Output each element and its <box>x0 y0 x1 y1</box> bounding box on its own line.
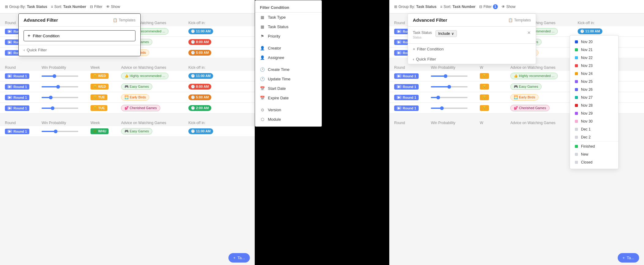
right-panel-header: ⊞ Group By: Task Status ≡ Sort: Task Num… <box>389 0 644 13</box>
right-quick-filter[interactable]: ‹ Quick Filter <box>408 54 536 64</box>
table-row: ▶Round 1 🌿 WHU 🎮 Easy Games 🕐 11:00 AM <box>0 126 255 137</box>
version-icon: ⊙ <box>260 108 265 112</box>
filter-count-badge: 1 <box>493 4 498 9</box>
dp-nov27[interactable]: Nov 27 <box>570 94 618 101</box>
table-row: ▶Round 1 😊 WED 🎮 Easy Games 🕐 8:00 AM <box>0 82 255 92</box>
right-panel: ⊞ Group By: Task Status ≡ Sort: Task Num… <box>389 0 644 265</box>
advanced-filter-right: Advanced Filter 📋 Templates Task Status … <box>408 13 536 64</box>
sort-control[interactable]: ≡ Sort: Task Number <box>51 5 87 9</box>
templates-icon: 📋 <box>508 18 513 22</box>
table-row: ▶Round 1 😊 WED 👍 Highly recommended ... … <box>0 71 255 81</box>
group-by-control[interactable]: ⊞ Group By: Task Status <box>5 5 47 9</box>
filter-condition-dropdown: Filter Condition ▦ Task Type ▦ Task Stat… <box>255 0 322 127</box>
filter-condition-button[interactable]: + Filter Condition <box>24 30 135 41</box>
dp-dec1[interactable]: Dec 1 <box>570 125 618 133</box>
right-templates-button[interactable]: 📋 Templates <box>508 18 531 22</box>
right-filter[interactable]: ⊟ Filter 1 <box>479 4 498 9</box>
close-filter-button[interactable]: ✕ <box>527 30 531 35</box>
dp-finished[interactable]: Finished <box>570 142 618 150</box>
fd-expire-date[interactable]: 📅 Expire Date <box>255 93 322 103</box>
fd-update-time[interactable]: 🕐 Update Time <box>255 74 322 84</box>
table-row: ▶Round 1 😊 TUE 💕 Cherished Games 🕐 2:00 … <box>0 103 255 113</box>
chevron-down-icon: ∨ <box>451 31 454 36</box>
priority-icon: ⚑ <box>260 34 265 39</box>
right-add-task-button[interactable]: + Ta... <box>618 253 639 263</box>
module-icon: ⬡ <box>260 117 265 122</box>
fd-task-type[interactable]: ▦ Task Type <box>255 13 322 22</box>
dp-nov23[interactable]: Nov 23 <box>570 62 618 70</box>
dp-dec2[interactable]: Dec 2 <box>570 133 618 141</box>
right-filter-condition[interactable]: + Filter Condition <box>408 43 536 54</box>
section-header-3: Round Win Probability Week Advice on Wat… <box>0 118 255 126</box>
advanced-filter-left: Advanced Filter 📋 Templates + Filter Con… <box>18 13 141 56</box>
af-header: Advanced Filter 📋 Templates <box>19 14 140 27</box>
include-button[interactable]: Include ∨ <box>435 30 457 37</box>
dp-new[interactable]: New <box>570 150 618 158</box>
dp-nov30[interactable]: Nov 30 <box>570 117 618 125</box>
show-icon: 👁 <box>106 5 110 9</box>
af-right-header: Advanced Filter 📋 Templates <box>408 14 536 27</box>
templates-icon: 📋 <box>113 18 117 22</box>
task-status-icon: ▦ <box>260 24 265 29</box>
plus-icon: + <box>623 256 625 260</box>
fd-version[interactable]: ⊙ Version <box>255 105 322 115</box>
dp-nov22[interactable]: Nov 22 <box>570 54 618 62</box>
af-title: Advanced Filter <box>24 17 58 23</box>
dp-nov25[interactable]: Nov 25 <box>570 78 618 86</box>
add-task-button[interactable]: + Ta... <box>228 253 250 263</box>
task-type-icon: ▦ <box>260 15 265 20</box>
fd-task-status[interactable]: ▦ Task Status <box>255 22 322 31</box>
fd-assignee[interactable]: 👤 Assignee <box>255 53 322 62</box>
task-status-label: Task Status Status <box>413 30 432 40</box>
expire-date-icon: 📅 <box>260 96 265 100</box>
fd-module[interactable]: ⬡ Module <box>255 115 322 124</box>
fd-create-time[interactable]: 🕐 Create Time <box>255 65 322 74</box>
filter-control[interactable]: ⊟ Filter <box>90 5 102 9</box>
group-icon: ⊞ <box>5 5 8 9</box>
fd-start-date[interactable]: 📅 Start Date <box>255 84 322 93</box>
chevron-left-icon: ‹ <box>413 57 414 61</box>
assignee-icon: 👤 <box>260 55 265 60</box>
left-panel: ⊞ Group By: Task Status ≡ Sort: Task Num… <box>0 0 255 265</box>
filter-icon: ⊟ <box>479 5 482 9</box>
dp-nov24[interactable]: Nov 24 <box>570 70 618 78</box>
section-header-2: Round Win Probability Week Advice on Wat… <box>0 63 255 71</box>
dp-nov28[interactable]: Nov 28 <box>570 101 618 109</box>
chevron-left-icon: ‹ <box>24 48 25 52</box>
plus-icon: + <box>233 256 236 260</box>
dp-nov20[interactable]: Nov 20 <box>570 38 618 46</box>
fd-creator[interactable]: 👤 Creator <box>255 43 322 53</box>
templates-button[interactable]: 📋 Templates <box>113 18 135 22</box>
plus-icon: + <box>413 47 415 51</box>
filter-icon: ⊟ <box>90 5 93 9</box>
right-sort[interactable]: ≡ Sort: Task Number <box>440 5 476 9</box>
creator-icon: 👤 <box>260 46 265 50</box>
update-time-icon: 🕐 <box>260 77 265 81</box>
af-right-title: Advanced Filter <box>413 17 447 23</box>
dp-nov21[interactable]: Nov 21 <box>570 46 618 54</box>
create-time-icon: 🕐 <box>260 67 265 72</box>
sort-icon: ≡ <box>51 5 53 9</box>
group-icon: ⊞ <box>394 5 397 9</box>
right-group-by[interactable]: ⊞ Group By: Task Status <box>394 5 437 9</box>
dp-nov29[interactable]: Nov 29 <box>570 109 618 117</box>
task-status-filter-row: Task Status Status Include ∨ ✕ <box>408 27 536 43</box>
dp-nov26[interactable]: Nov 26 <box>570 86 618 94</box>
table-row: ▶Round 1 😊 TUE 🌅 Early Birds 🕐 5:00 AM <box>0 92 255 103</box>
fd-priority[interactable]: ⚑ Priority <box>255 31 322 41</box>
quick-filter-button[interactable]: ‹ Quick Filter <box>19 45 140 56</box>
fd-header: Filter Condition <box>255 3 322 13</box>
af-body: + Filter Condition <box>19 27 140 45</box>
date-picker-dropdown: Nov 20 Nov 21 Nov 22 Nov 23 Nov 24 Nov 2… <box>570 35 619 169</box>
show-icon: 👁 <box>502 5 505 9</box>
start-date-icon: 📅 <box>260 86 265 91</box>
black-divider: Filter Condition ▦ Task Type ▦ Task Stat… <box>255 0 389 265</box>
show-control[interactable]: 👁 Show <box>106 5 120 9</box>
sort-icon: ≡ <box>440 5 442 9</box>
right-show[interactable]: 👁 Show <box>502 5 516 9</box>
plus-icon: + <box>28 33 30 39</box>
left-panel-header: ⊞ Group By: Task Status ≡ Sort: Task Num… <box>0 0 255 13</box>
dp-closed[interactable]: Closed <box>570 158 618 166</box>
